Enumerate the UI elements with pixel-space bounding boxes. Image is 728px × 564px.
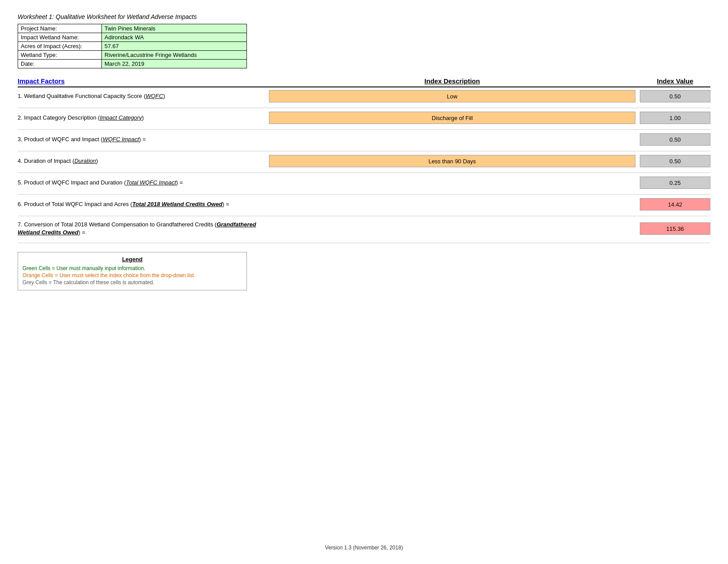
- legend-item: Orange Cells = User must select the inde…: [22, 272, 242, 278]
- info-row: Acres of Impact (Acres):57.67: [18, 42, 247, 51]
- info-value: Twin Pines Minerals: [102, 24, 247, 33]
- factor-label-5: 5. Product of WQFC Impact and Duration (…: [18, 177, 265, 188]
- factor-row-5: 5. Product of WQFC Impact and Duration (…: [18, 176, 710, 190]
- info-value: Riverine/Lacustrine Fringe Wetlands: [102, 51, 247, 60]
- legend-item: Grey Cells = The calculation of these ce…: [22, 279, 242, 286]
- index-val-6: 14.42: [640, 198, 710, 211]
- factor-row-2: 2. Impact Category Description (Impact C…: [18, 111, 710, 125]
- index-val-7: 115.36: [640, 222, 710, 235]
- info-value: 57.67: [102, 42, 247, 51]
- column-headers: Impact Factors Index Description Index V…: [18, 77, 710, 87]
- index-val-2: 1.00: [640, 112, 710, 124]
- info-row: Impact Wetland Name:Adirondack WA: [18, 33, 247, 42]
- index-val-1: 0.50: [640, 90, 710, 102]
- info-row: Wetland Type:Riverine/Lacustrine Fringe …: [18, 51, 247, 60]
- index-val-5: 0.25: [640, 177, 710, 189]
- factor-row-6: 6. Product of Total WQFC Impact and Acre…: [18, 197, 710, 211]
- factor-label-1: 1. Wetland Qualitative Functional Capaci…: [18, 90, 265, 102]
- index-desc-empty-5: [269, 177, 635, 189]
- legend-title: Legend: [22, 256, 242, 263]
- info-label: Impact Wetland Name:: [18, 33, 102, 42]
- legend-item: Green Cells = User must manually input i…: [22, 265, 242, 271]
- index-desc-4[interactable]: Less than 90 Days: [269, 155, 635, 167]
- index-desc-empty-6: [269, 198, 635, 211]
- factor-label-2: 2. Impact Category Description (Impact C…: [18, 112, 265, 124]
- factor-row-1: 1. Wetland Qualitative Functional Capaci…: [18, 89, 710, 103]
- legend-items: Green Cells = User must manually input i…: [22, 265, 242, 286]
- index-description-header: Index Description: [265, 77, 640, 85]
- factor-row-3: 3. Product of WQFC and Impact (WQFC Impa…: [18, 132, 710, 147]
- index-desc-1[interactable]: Low: [269, 90, 635, 102]
- info-row: Date:March 22, 2019: [18, 60, 247, 68]
- info-row: Project Name:Twin Pines Minerals: [18, 24, 247, 33]
- index-desc-empty-3: [269, 133, 635, 146]
- factor-label-7: 7. Conversion of Total 2018 Wetland Comp…: [18, 219, 265, 238]
- factor-label-3: 3. Product of WQFC and Impact (WQFC Impa…: [18, 134, 265, 145]
- factor-row-7: 7. Conversion of Total 2018 Wetland Comp…: [18, 219, 710, 238]
- factor-label-6: 6. Product of Total WQFC Impact and Acre…: [18, 199, 265, 210]
- info-label: Project Name:: [18, 24, 102, 33]
- index-value-header: Index Value: [640, 77, 710, 85]
- worksheet-title: Worksheet 1: Qualitative Worksheet for W…: [18, 13, 710, 20]
- index-val-4: 0.50: [640, 155, 710, 167]
- info-label: Wetland Type:: [18, 51, 102, 60]
- index-desc-2[interactable]: Discharge of Fill: [269, 112, 635, 124]
- factor-row-4: 4. Duration of Impact (Duration)Less tha…: [18, 154, 710, 168]
- project-info-table: Project Name:Twin Pines MineralsImpact W…: [18, 24, 247, 68]
- factor-label-4: 4. Duration of Impact (Duration): [18, 155, 265, 167]
- index-val-3: 0.50: [640, 133, 710, 146]
- info-label: Acres of Impact (Acres):: [18, 42, 102, 51]
- info-label: Date:: [18, 60, 102, 68]
- index-desc-empty-7: [269, 222, 635, 235]
- info-value: March 22, 2019: [102, 60, 247, 68]
- factors-container: 1. Wetland Qualitative Functional Capaci…: [18, 89, 710, 243]
- impact-factors-header: Impact Factors: [18, 77, 265, 85]
- info-value: Adirondack WA: [102, 33, 247, 42]
- legend-section: Legend Green Cells = User must manually …: [18, 252, 247, 290]
